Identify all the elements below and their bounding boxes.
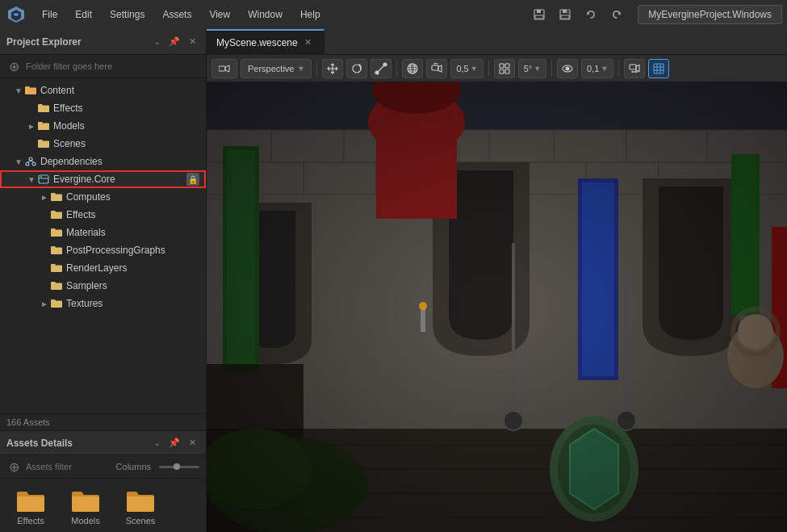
perspective-chevron: ▼ [297, 65, 304, 73]
svg-rect-8 [561, 15, 569, 19]
save-icon[interactable] [528, 3, 550, 26]
scenes-folder-icon [37, 137, 50, 150]
grid-toggle-button[interactable] [648, 59, 669, 78]
arrow-renderlayers: ► [39, 264, 50, 273]
menu-window[interactable]: Window [240, 6, 291, 23]
snap-button[interactable] [494, 59, 515, 78]
menu-assets[interactable]: Assets [154, 6, 199, 23]
left-panel: Project Explorer ⌄ 📌 ✕ ⊕ ▼ Content [0, 29, 207, 532]
camera-type-button[interactable] [211, 59, 237, 78]
move-tool-button[interactable] [322, 59, 343, 78]
tree-item-content[interactable]: ▼ Content [0, 82, 206, 99]
asset-item-effects[interactable]: Effects [6, 485, 55, 529]
tree-item-core-effects[interactable]: ► Effects [0, 206, 206, 224]
tree-label-materials: Materials [66, 227, 199, 238]
perspective-button[interactable]: Perspective ▼ [241, 59, 312, 78]
asset-icons-row: Effects Models [0, 479, 206, 532]
project-badge[interactable]: MyEvergineProject.Windows [638, 5, 782, 24]
toolbar-icons: + [528, 3, 628, 26]
assets-filter-input[interactable] [26, 462, 90, 471]
tab-myscene[interactable]: MyScene.wescene ✕ [207, 29, 324, 55]
scale-tool-button[interactable] [370, 59, 391, 78]
camera-rotate-button[interactable] [426, 59, 447, 78]
tree-item-effects[interactable]: ► Effects [0, 99, 206, 117]
tab-bar: MyScene.wescene ✕ [207, 29, 787, 55]
tree-item-ppg[interactable]: ► PostProcessingGraphs [0, 241, 206, 259]
menu-edit[interactable]: Edit [67, 6, 100, 23]
filter-bar: ⊕ [0, 55, 206, 78]
tree-item-materials[interactable]: ► Materials [0, 224, 206, 241]
rotate-tool-button[interactable] [346, 59, 367, 78]
snap-angle-button[interactable]: 5° ▼ [518, 59, 546, 78]
asset-label-models: Models [71, 516, 99, 526]
close-panel-icon[interactable]: ✕ [185, 35, 199, 49]
redo-icon[interactable] [605, 3, 628, 26]
panel-header-icons: ⌄ 📌 ✕ [149, 35, 199, 49]
pin-icon[interactable]: 📌 [167, 35, 182, 49]
viewport-toolbar: Perspective ▼ [207, 55, 787, 82]
project-explorer-header: Project Explorer ⌄ 📌 ✕ [0, 29, 206, 55]
filter-add-icon[interactable]: ⊕ [6, 59, 21, 73]
assets-add-icon[interactable]: ⊕ [6, 459, 21, 474]
arrow-effects: ► [26, 104, 37, 113]
filter-input[interactable] [26, 61, 199, 71]
move-speed-button[interactable]: 0,5 ▼ [450, 59, 483, 78]
tree-item-renderlayers[interactable]: ► RenderLayers [0, 259, 206, 277]
svg-rect-35 [500, 69, 504, 73]
lock-icon: 🔒 [186, 173, 199, 186]
menu-settings[interactable]: Settings [102, 6, 153, 23]
asset-item-models[interactable]: Models [61, 485, 110, 529]
scene-view [207, 82, 787, 532]
asset-folder-effects-icon [16, 488, 45, 513]
svg-text:+: + [567, 10, 569, 15]
menu-help[interactable]: Help [292, 6, 329, 23]
tree-item-samplers[interactable]: ► Samplers [0, 277, 206, 295]
tree-item-scenes[interactable]: ► Scenes [0, 135, 206, 153]
menu-file[interactable]: File [34, 6, 65, 23]
tab-close-icon[interactable]: ✕ [303, 37, 314, 48]
tree-label-samplers: Samplers [66, 280, 199, 291]
tree-item-models[interactable]: ► Models [0, 117, 206, 135]
tree-item-dependencies[interactable]: ▼ Dependencies [0, 153, 206, 170]
tree-item-textures[interactable]: ► Textures [0, 295, 206, 312]
computes-folder-icon [50, 191, 63, 203]
svg-rect-36 [505, 69, 509, 73]
save-as-icon[interactable]: + [554, 3, 576, 26]
assets-pin-icon[interactable]: 📌 [167, 436, 182, 450]
ppg-folder-icon [50, 244, 63, 257]
content-root-icon [24, 84, 37, 97]
tree-label-computes: Computes [66, 191, 199, 203]
assets-details-panel: Assets Details ⌄ 📌 ✕ ⊕ Columns [0, 430, 206, 532]
svg-rect-33 [500, 64, 504, 68]
camera-frame-button[interactable] [624, 59, 645, 78]
asset-folder-models-icon [71, 488, 100, 513]
svg-rect-4 [537, 10, 541, 13]
tree-item-computes[interactable]: ► Computes [0, 188, 206, 206]
display-button[interactable] [557, 59, 578, 78]
move-speed-chevron: ▼ [471, 65, 478, 73]
asset-label-effects: Effects [17, 516, 44, 526]
world-space-button[interactable] [402, 59, 423, 78]
slider-thumb [174, 463, 180, 470]
effects-folder-icon [37, 102, 50, 115]
asset-item-scenes[interactable]: Scenes [116, 485, 165, 529]
columns-slider[interactable] [159, 466, 199, 468]
display-val-button[interactable]: 0,1 ▼ [581, 59, 613, 78]
models-folder-icon [37, 119, 50, 132]
assets-close-icon[interactable]: ✕ [185, 436, 199, 450]
asset-label-scenes: Scenes [126, 516, 156, 526]
svg-point-12 [32, 162, 36, 165]
collapse-icon[interactable]: ⌄ [149, 35, 164, 49]
svg-point-10 [29, 157, 32, 161]
assets-collapse-icon[interactable]: ⌄ [149, 436, 164, 450]
snap-angle-value: 5° [524, 64, 533, 73]
svg-point-38 [566, 67, 569, 70]
tree-item-evergine-core[interactable]: ▼ Evergine.Core 🔒 [0, 170, 206, 188]
materials-folder-icon [50, 226, 63, 239]
viewport-canvas[interactable] [207, 82, 787, 532]
undo-icon[interactable] [580, 3, 602, 26]
arrow-scenes: ► [26, 140, 37, 149]
display-chevron: ▼ [601, 65, 608, 73]
menu-view[interactable]: View [201, 6, 238, 23]
svg-rect-15 [39, 175, 48, 183]
